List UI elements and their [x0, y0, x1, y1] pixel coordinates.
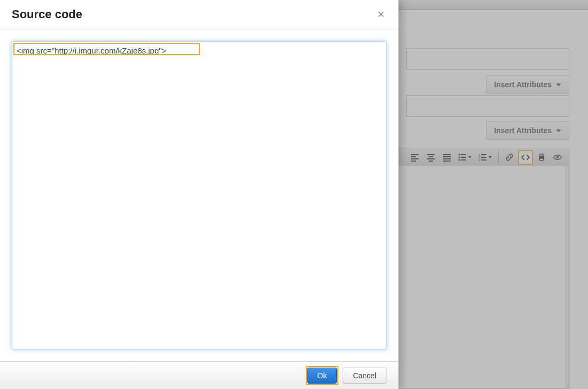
ok-button-highlight: Ok — [306, 366, 339, 385]
toolbar-separator — [498, 151, 499, 163]
chevron-down-icon — [489, 156, 492, 158]
modal-footer: Ok Cancel — [0, 361, 398, 389]
link-icon[interactable] — [502, 150, 517, 165]
text-field-1[interactable] — [406, 48, 569, 70]
close-icon[interactable]: × — [375, 9, 386, 20]
chevron-down-icon — [468, 156, 471, 158]
svg-point-4 — [458, 159, 460, 161]
svg-rect-1 — [461, 154, 466, 155]
number-list-icon[interactable]: 123 — [476, 150, 495, 165]
svg-rect-5 — [461, 159, 466, 161]
source-code-icon[interactable] — [518, 150, 533, 165]
svg-rect-9 — [481, 157, 486, 158]
modal-title: Source code — [12, 7, 82, 21]
bullet-list-icon[interactable] — [455, 150, 475, 165]
modal-header: Source code × — [0, 0, 398, 29]
editor-scrollbar[interactable] — [566, 166, 569, 389]
source-textarea-wrapper — [12, 41, 386, 349]
insert-attributes-button-1[interactable]: Insert Attributes — [486, 75, 569, 94]
cancel-button[interactable]: Cancel — [343, 368, 386, 384]
svg-text:3: 3 — [478, 158, 480, 162]
align-center-icon[interactable] — [423, 150, 438, 165]
insert-attributes-button-2[interactable]: Insert Attributes — [486, 121, 569, 140]
ok-button[interactable]: Ok — [307, 368, 337, 384]
svg-point-16 — [556, 156, 559, 158]
source-code-modal: Source code × Ok Cancel — [0, 0, 399, 389]
svg-point-0 — [458, 154, 460, 155]
svg-rect-3 — [461, 157, 466, 158]
source-code-textarea[interactable] — [12, 42, 386, 349]
align-justify-icon[interactable] — [439, 150, 454, 165]
svg-rect-14 — [540, 158, 543, 161]
preview-icon[interactable] — [550, 150, 565, 165]
svg-point-2 — [458, 156, 460, 158]
caret-down-icon — [556, 83, 561, 86]
insert-attributes-label: Insert Attributes — [494, 80, 552, 89]
svg-rect-13 — [540, 154, 543, 156]
text-field-2[interactable] — [406, 95, 569, 117]
align-left-icon[interactable] — [407, 150, 422, 165]
caret-down-icon — [556, 129, 561, 132]
modal-body — [0, 29, 398, 361]
svg-rect-7 — [481, 154, 486, 155]
print-icon[interactable] — [534, 150, 549, 165]
insert-attributes-label: Insert Attributes — [494, 126, 552, 135]
svg-rect-11 — [481, 159, 486, 161]
